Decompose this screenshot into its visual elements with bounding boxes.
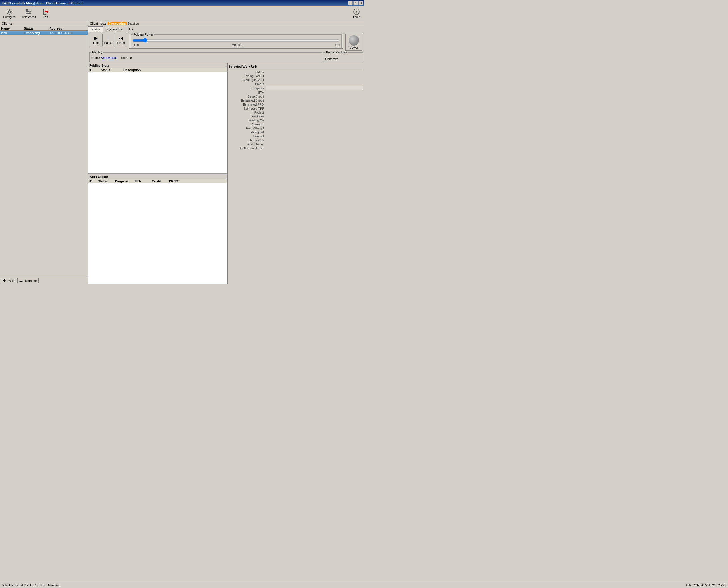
swu-row-work-queue-id: Work Queue ID	[229, 78, 363, 82]
fold-button[interactable]: ▶ Fold	[90, 34, 102, 46]
preferences-button[interactable]: Preferences	[18, 7, 38, 20]
tabs-bar: Status System Info Log	[88, 26, 364, 33]
pause-button[interactable]: ⏸ Pause	[102, 34, 115, 46]
swu-label-waiting-on: Waiting On	[229, 119, 266, 122]
selected-work-unit-panel: Selected Work Unit PRCG Folding Slot ID …	[228, 63, 364, 284]
fold-label: Fold	[93, 41, 99, 44]
swu-row-estimated-tpf: Estimated TPF	[229, 107, 363, 110]
exit-icon	[42, 8, 49, 15]
client-status-bar: Client: local Connecting Inactive	[88, 21, 364, 26]
finish-button[interactable]: ⏭ Finish	[115, 34, 127, 46]
minimize-button[interactable]: ─	[348, 1, 353, 5]
tab-system-info[interactable]: System Info	[103, 26, 126, 32]
work-queue-header: Work Queue	[88, 174, 227, 179]
about-icon: i	[353, 8, 360, 15]
swu-row-estimated-ppd: Estimated PPD	[229, 103, 363, 106]
col-header-address: Address	[49, 27, 87, 30]
client-status-cell: Connecting	[24, 31, 49, 35]
content-area: ▶ Fold ⏸ Pause ⏭ Finish Folding Po	[88, 33, 364, 285]
action-buttons-group: ▶ Fold ⏸ Pause ⏭ Finish	[90, 34, 127, 46]
col-header-name: Name	[1, 27, 24, 30]
swu-row-waiting-on: Waiting On	[229, 119, 363, 122]
close-button[interactable]: ✕	[358, 1, 363, 5]
client-row[interactable]: local Connecting 127.0.0.1:36330	[0, 31, 88, 35]
viewer-label: Viewer	[350, 46, 358, 49]
pause-icon: ⏸	[106, 36, 111, 41]
wq-col-credit: Credit	[152, 180, 169, 183]
wq-col-progress: Progress	[115, 180, 135, 183]
tab-status[interactable]: Status	[88, 26, 103, 32]
progress-bar	[266, 86, 363, 90]
swu-label-collection-server: Collection Server	[229, 147, 266, 150]
inactive-badge: Inactive	[128, 22, 139, 25]
client-name-display: local	[100, 22, 106, 25]
svg-point-4	[26, 9, 27, 10]
left-lower: Folding Slots ID Status Description Work…	[88, 63, 228, 284]
tab-log[interactable]: Log	[126, 26, 138, 32]
light-label: Light	[132, 43, 139, 46]
folding-power-slider[interactable]	[132, 38, 340, 43]
wq-col-eta: ETA	[135, 180, 152, 183]
clients-section-header: Clients	[0, 21, 88, 26]
lower-content: Folding Slots ID Status Description Work…	[88, 63, 364, 284]
viewer-icon	[349, 35, 359, 45]
remove-client-button[interactable]: ▬ - Remove	[17, 278, 39, 284]
about-button[interactable]: i About	[349, 7, 363, 20]
clients-footer: ✚ + Add ▬ - Remove	[0, 276, 88, 285]
swu-label-progress: Progress	[229, 86, 266, 90]
add-client-button[interactable]: ✚ + Add	[1, 278, 16, 284]
exit-button[interactable]: Exit	[38, 7, 53, 20]
swu-row-status: Status	[229, 82, 363, 86]
ppd-legend: Points Per Day	[325, 50, 348, 54]
configure-button[interactable]: Configure	[1, 7, 18, 20]
swu-label-folding-slot-id: Folding Slot ID	[229, 74, 266, 78]
svg-point-6	[26, 13, 27, 14]
swu-row-folding-slot-id: Folding Slot ID	[229, 74, 363, 78]
points-per-day-section: Points Per Day Unknown	[323, 52, 363, 62]
swu-label-estimated-ppd: Estimated PPD	[229, 103, 266, 106]
wq-col-prcg: PRCG	[169, 180, 226, 183]
clients-panel: Clients Name Status Address local Connec…	[0, 21, 88, 285]
swu-row-timeout: Timeout	[229, 134, 363, 138]
swu-row-next-attempt: Next Attempt	[229, 127, 363, 130]
preferences-label: Preferences	[20, 16, 36, 19]
configure-label: Configure	[3, 16, 15, 19]
clients-list: local Connecting 127.0.0.1:36330	[0, 31, 88, 276]
maximize-button[interactable]: □	[353, 1, 358, 5]
identity-section: Identity Name Anonymous Team 0	[89, 52, 322, 62]
ppd-value: Unknown	[325, 57, 361, 61]
svg-point-0	[8, 10, 11, 13]
folding-power-section: Folding Power Light Medium Full	[129, 34, 343, 49]
add-icon: ✚	[3, 279, 6, 282]
swu-label-assigned: Assigned	[229, 130, 266, 134]
svg-point-5	[29, 11, 30, 12]
fs-col-id: ID	[89, 68, 101, 72]
remove-label: - Remove	[23, 279, 37, 282]
col-header-status: Status	[24, 27, 49, 30]
swu-row-expiration: Expiration	[229, 139, 363, 142]
swu-label-estimated-tpf: Estimated TPF	[229, 107, 266, 110]
swu-row-work-server: Work Server	[229, 143, 363, 146]
titlebar: FAHControl - Folding@home Client Advance…	[0, 0, 364, 6]
medium-label: Medium	[232, 43, 242, 46]
viewer-button[interactable]: Viewer	[345, 34, 362, 50]
folding-slots-header: Folding Slots	[88, 63, 227, 68]
client-address: 127.0.0.1:36330	[49, 31, 87, 35]
swu-row-eta: ETA	[229, 91, 363, 94]
window-controls: ─ □ ✕	[348, 1, 363, 5]
swu-header: Selected Work Unit	[229, 64, 363, 69]
name-link[interactable]: Anonymous	[101, 56, 117, 60]
add-label: + Add	[6, 279, 14, 282]
swu-label-next-attempt: Next Attempt	[229, 127, 266, 130]
svg-text:i: i	[356, 10, 357, 14]
work-queue-section: Work Queue ID Status Progress ETA Credit…	[88, 174, 227, 284]
wq-col-id: ID	[89, 180, 98, 183]
right-panel: Client: local Connecting Inactive Status…	[88, 21, 364, 285]
swu-row-base-credit: Base Credit	[229, 95, 363, 98]
fold-icon: ▶	[94, 35, 98, 41]
swu-label-fahcore: FahCore	[229, 114, 266, 118]
fs-col-description: Description	[123, 68, 226, 72]
full-label: Full	[335, 43, 340, 46]
connecting-badge: Connecting	[107, 22, 127, 25]
main-container: Clients Name Status Address local Connec…	[0, 21, 364, 285]
